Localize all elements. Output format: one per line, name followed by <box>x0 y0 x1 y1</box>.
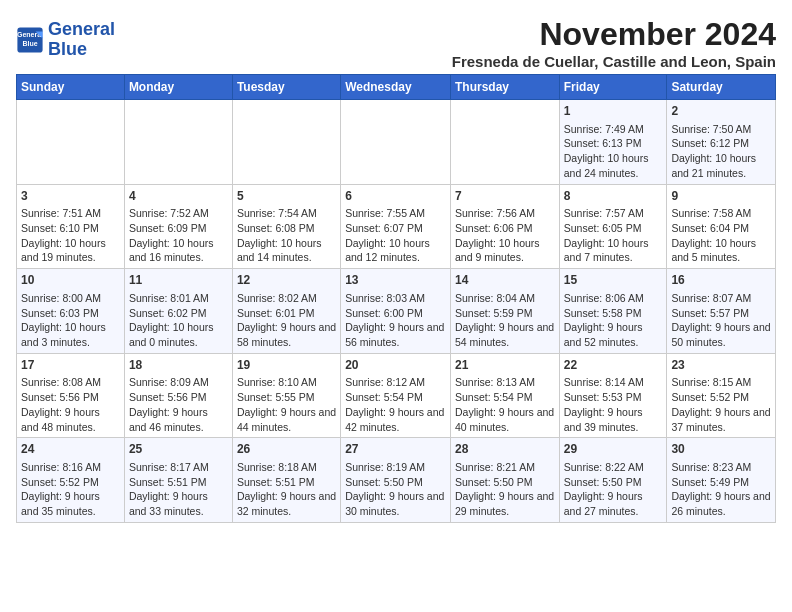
day-number: 6 <box>345 188 446 205</box>
calendar-table: Sunday Monday Tuesday Wednesday Thursday… <box>16 74 776 523</box>
calendar-cell <box>450 100 559 185</box>
calendar-week-1: 1Sunrise: 7:49 AMSunset: 6:13 PMDaylight… <box>17 100 776 185</box>
calendar-header: Sunday Monday Tuesday Wednesday Thursday… <box>17 75 776 100</box>
day-number: 23 <box>671 357 771 374</box>
calendar-cell: 27Sunrise: 8:19 AMSunset: 5:50 PMDayligh… <box>341 438 451 523</box>
day-number: 24 <box>21 441 120 458</box>
calendar-cell: 26Sunrise: 8:18 AMSunset: 5:51 PMDayligh… <box>232 438 340 523</box>
calendar-cell: 11Sunrise: 8:01 AMSunset: 6:02 PMDayligh… <box>124 269 232 354</box>
month-title: November 2024 <box>452 16 776 53</box>
day-number: 4 <box>129 188 228 205</box>
calendar-cell: 1Sunrise: 7:49 AMSunset: 6:13 PMDaylight… <box>559 100 667 185</box>
calendar-cell: 29Sunrise: 8:22 AMSunset: 5:50 PMDayligh… <box>559 438 667 523</box>
logo-text: General Blue <box>48 20 115 60</box>
calendar-week-4: 17Sunrise: 8:08 AMSunset: 5:56 PMDayligh… <box>17 353 776 438</box>
calendar-body: 1Sunrise: 7:49 AMSunset: 6:13 PMDaylight… <box>17 100 776 523</box>
day-number: 30 <box>671 441 771 458</box>
page-header: General Blue General Blue November 2024 … <box>16 16 776 70</box>
header-thursday: Thursday <box>450 75 559 100</box>
day-number: 25 <box>129 441 228 458</box>
calendar-cell: 14Sunrise: 8:04 AMSunset: 5:59 PMDayligh… <box>450 269 559 354</box>
calendar-week-3: 10Sunrise: 8:00 AMSunset: 6:03 PMDayligh… <box>17 269 776 354</box>
calendar-cell: 19Sunrise: 8:10 AMSunset: 5:55 PMDayligh… <box>232 353 340 438</box>
day-number: 20 <box>345 357 446 374</box>
day-number: 10 <box>21 272 120 289</box>
day-number: 1 <box>564 103 663 120</box>
logo: General Blue General Blue <box>16 20 115 60</box>
header-friday: Friday <box>559 75 667 100</box>
day-number: 14 <box>455 272 555 289</box>
calendar-cell: 20Sunrise: 8:12 AMSunset: 5:54 PMDayligh… <box>341 353 451 438</box>
calendar-cell: 23Sunrise: 8:15 AMSunset: 5:52 PMDayligh… <box>667 353 776 438</box>
day-number: 13 <box>345 272 446 289</box>
day-number: 12 <box>237 272 336 289</box>
day-number: 19 <box>237 357 336 374</box>
calendar-cell: 4Sunrise: 7:52 AMSunset: 6:09 PMDaylight… <box>124 184 232 269</box>
header-monday: Monday <box>124 75 232 100</box>
calendar-cell <box>232 100 340 185</box>
calendar-cell: 12Sunrise: 8:02 AMSunset: 6:01 PMDayligh… <box>232 269 340 354</box>
title-area: November 2024 Fresneda de Cuellar, Casti… <box>452 16 776 70</box>
calendar-cell <box>124 100 232 185</box>
header-row: Sunday Monday Tuesday Wednesday Thursday… <box>17 75 776 100</box>
calendar-cell: 2Sunrise: 7:50 AMSunset: 6:12 PMDaylight… <box>667 100 776 185</box>
day-number: 7 <box>455 188 555 205</box>
svg-text:Blue: Blue <box>22 39 37 46</box>
day-number: 15 <box>564 272 663 289</box>
header-wednesday: Wednesday <box>341 75 451 100</box>
day-number: 5 <box>237 188 336 205</box>
calendar-cell: 22Sunrise: 8:14 AMSunset: 5:53 PMDayligh… <box>559 353 667 438</box>
header-sunday: Sunday <box>17 75 125 100</box>
calendar-cell: 6Sunrise: 7:55 AMSunset: 6:07 PMDaylight… <box>341 184 451 269</box>
day-number: 29 <box>564 441 663 458</box>
calendar-cell: 8Sunrise: 7:57 AMSunset: 6:05 PMDaylight… <box>559 184 667 269</box>
calendar-cell: 9Sunrise: 7:58 AMSunset: 6:04 PMDaylight… <box>667 184 776 269</box>
location-subtitle: Fresneda de Cuellar, Castille and Leon, … <box>452 53 776 70</box>
header-tuesday: Tuesday <box>232 75 340 100</box>
calendar-cell: 15Sunrise: 8:06 AMSunset: 5:58 PMDayligh… <box>559 269 667 354</box>
calendar-cell: 28Sunrise: 8:21 AMSunset: 5:50 PMDayligh… <box>450 438 559 523</box>
calendar-cell: 25Sunrise: 8:17 AMSunset: 5:51 PMDayligh… <box>124 438 232 523</box>
calendar-cell <box>341 100 451 185</box>
day-number: 3 <box>21 188 120 205</box>
day-number: 17 <box>21 357 120 374</box>
day-number: 9 <box>671 188 771 205</box>
day-number: 28 <box>455 441 555 458</box>
day-number: 21 <box>455 357 555 374</box>
calendar-cell: 24Sunrise: 8:16 AMSunset: 5:52 PMDayligh… <box>17 438 125 523</box>
calendar-cell: 21Sunrise: 8:13 AMSunset: 5:54 PMDayligh… <box>450 353 559 438</box>
calendar-cell: 13Sunrise: 8:03 AMSunset: 6:00 PMDayligh… <box>341 269 451 354</box>
calendar-cell: 30Sunrise: 8:23 AMSunset: 5:49 PMDayligh… <box>667 438 776 523</box>
day-number: 26 <box>237 441 336 458</box>
day-number: 2 <box>671 103 771 120</box>
calendar-cell: 3Sunrise: 7:51 AMSunset: 6:10 PMDaylight… <box>17 184 125 269</box>
calendar-cell: 16Sunrise: 8:07 AMSunset: 5:57 PMDayligh… <box>667 269 776 354</box>
calendar-cell <box>17 100 125 185</box>
day-number: 18 <box>129 357 228 374</box>
calendar-cell: 10Sunrise: 8:00 AMSunset: 6:03 PMDayligh… <box>17 269 125 354</box>
calendar-cell: 17Sunrise: 8:08 AMSunset: 5:56 PMDayligh… <box>17 353 125 438</box>
day-number: 8 <box>564 188 663 205</box>
logo-icon: General Blue <box>16 26 44 54</box>
calendar-cell: 7Sunrise: 7:56 AMSunset: 6:06 PMDaylight… <box>450 184 559 269</box>
calendar-week-2: 3Sunrise: 7:51 AMSunset: 6:10 PMDaylight… <box>17 184 776 269</box>
calendar-cell: 5Sunrise: 7:54 AMSunset: 6:08 PMDaylight… <box>232 184 340 269</box>
day-number: 16 <box>671 272 771 289</box>
day-number: 11 <box>129 272 228 289</box>
day-number: 22 <box>564 357 663 374</box>
day-number: 27 <box>345 441 446 458</box>
header-saturday: Saturday <box>667 75 776 100</box>
calendar-week-5: 24Sunrise: 8:16 AMSunset: 5:52 PMDayligh… <box>17 438 776 523</box>
calendar-cell: 18Sunrise: 8:09 AMSunset: 5:56 PMDayligh… <box>124 353 232 438</box>
